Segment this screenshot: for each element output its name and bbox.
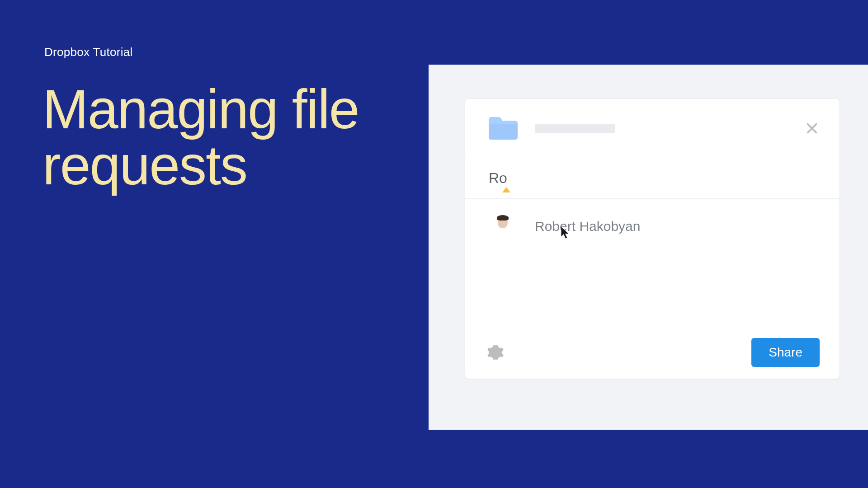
suggestion-name: Robert Hakobyan <box>535 219 640 234</box>
suggestion-item[interactable]: Robert Hakobyan <box>465 199 840 254</box>
dialog-header <box>465 99 840 158</box>
folder-name-placeholder <box>535 124 615 133</box>
settings-button[interactable] <box>487 344 504 361</box>
autocomplete-caret-icon <box>502 187 510 192</box>
folder-icon <box>487 115 519 141</box>
dialog-footer: Share <box>465 326 840 379</box>
avatar <box>489 212 517 240</box>
breadcrumb: Dropbox Tutorial <box>44 45 133 59</box>
share-button[interactable]: Share <box>751 338 820 367</box>
heading-line-2: requests <box>42 135 247 196</box>
search-input-value: Ro <box>489 170 507 186</box>
suggestion-list: Robert Hakobyan <box>465 199 840 326</box>
share-dialog: Ro Robert Hakobyan Share <box>465 99 840 379</box>
close-button[interactable] <box>804 121 820 136</box>
recipient-search-input[interactable]: Ro <box>465 158 840 199</box>
page-title: Managing file requests <box>42 81 359 194</box>
heading-line-1: Managing file <box>42 79 359 140</box>
